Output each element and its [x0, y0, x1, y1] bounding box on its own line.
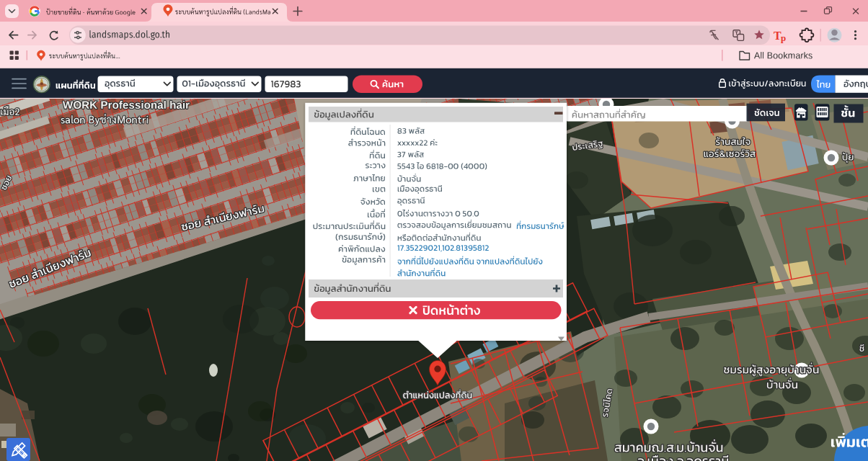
- svg-text:p: p: [781, 32, 786, 43]
